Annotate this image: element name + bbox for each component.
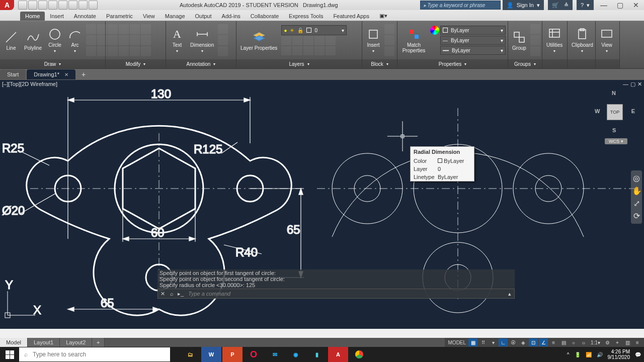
close-button[interactable]: ✕ bbox=[628, 0, 644, 10]
status-annoscale-icon[interactable]: ⍝ bbox=[579, 338, 588, 346]
layer-properties-button[interactable]: Layer Properties bbox=[238, 29, 279, 52]
vp-minimize-icon[interactable]: — bbox=[623, 81, 628, 87]
dimension-button[interactable]: Dimension▾ bbox=[188, 26, 216, 54]
point-icon[interactable] bbox=[86, 46, 96, 56]
group-select-icon[interactable] bbox=[530, 46, 540, 56]
ungroup-icon[interactable] bbox=[530, 24, 540, 34]
tab-express[interactable]: Express Tools bbox=[284, 12, 328, 21]
file-tab-drawing1[interactable]: Drawing1*✕ bbox=[27, 69, 75, 79]
status-grid-icon[interactable]: ▦ bbox=[468, 338, 477, 346]
app-logo[interactable]: A bbox=[0, 0, 14, 10]
offset-icon[interactable] bbox=[141, 46, 151, 56]
tab-annotate[interactable]: Annotate bbox=[69, 12, 101, 21]
command-input[interactable]: Type a command bbox=[185, 291, 505, 297]
status-otrack-icon[interactable]: ∠ bbox=[539, 338, 548, 346]
status-model[interactable]: MODEL bbox=[447, 338, 468, 346]
tray-clock[interactable]: 4:26 PM9/11/2020 bbox=[608, 349, 630, 360]
status-iso-icon[interactable]: ◈ bbox=[519, 338, 528, 346]
status-osnap-icon[interactable]: ⊡ bbox=[529, 338, 538, 346]
qat-undo-icon[interactable] bbox=[78, 1, 88, 10]
text-button[interactable]: AText▾ bbox=[168, 26, 186, 54]
cmd-expand-icon[interactable]: ▴ bbox=[505, 291, 514, 297]
block-edit-icon[interactable] bbox=[384, 24, 394, 34]
insert-button[interactable]: Insert▾ bbox=[364, 26, 382, 54]
tb-autocad-icon[interactable]: A bbox=[328, 347, 348, 362]
status-gear-icon[interactable]: ⚙ bbox=[603, 338, 612, 346]
tb-edge-icon[interactable]: ◉ bbox=[286, 347, 306, 362]
layer-tool-icon[interactable] bbox=[326, 36, 336, 45]
trim-icon[interactable] bbox=[130, 24, 140, 34]
status-lwt-icon[interactable]: ≡ bbox=[549, 338, 558, 346]
nav-wheel-icon[interactable]: ◎ bbox=[632, 173, 641, 183]
layout1[interactable]: Layout1 bbox=[28, 338, 60, 347]
status-polar-icon[interactable]: ⦿ bbox=[509, 338, 518, 346]
status-ortho-icon[interactable]: ∟ bbox=[499, 338, 508, 346]
status-plus-icon[interactable]: + bbox=[613, 338, 622, 346]
help-icon[interactable]: ? bbox=[581, 2, 584, 8]
layer-combo[interactable]: ●☀🔓0▾ bbox=[281, 25, 347, 35]
app-store-icon[interactable]: ≙ bbox=[564, 2, 569, 9]
erase-icon[interactable] bbox=[141, 24, 151, 34]
panel-layers-title[interactable]: Layers bbox=[236, 59, 362, 68]
mtext-icon[interactable] bbox=[218, 46, 228, 56]
start-button[interactable] bbox=[0, 347, 19, 362]
tray-volume-icon[interactable]: 🔊 bbox=[597, 352, 603, 357]
rotate-icon[interactable] bbox=[119, 24, 129, 34]
copy-icon[interactable] bbox=[108, 35, 118, 45]
rectangle-icon[interactable] bbox=[86, 24, 96, 34]
nav-pan-icon[interactable]: ✋ bbox=[632, 186, 641, 196]
tray-wifi-icon[interactable]: 📶 bbox=[586, 352, 592, 357]
wcs-badge[interactable]: WCS ▾ bbox=[605, 138, 627, 144]
arc-button[interactable]: Arc▾ bbox=[66, 26, 84, 54]
qat-new-icon[interactable] bbox=[18, 1, 27, 10]
stretch-icon[interactable] bbox=[108, 46, 118, 56]
layer-tool-icon[interactable] bbox=[314, 36, 325, 45]
panel-modify-title[interactable]: Modify bbox=[106, 59, 166, 68]
qat-saveas-icon[interactable] bbox=[48, 1, 57, 10]
panel-block-title[interactable]: Block bbox=[362, 59, 397, 68]
layer-tool-icon[interactable] bbox=[281, 46, 291, 55]
tb-chrome-icon[interactable] bbox=[349, 347, 369, 362]
color-wheel-icon[interactable] bbox=[430, 26, 439, 35]
command-line[interactable]: ✕ ⌕ ▸_ Type a command ▴ bbox=[157, 289, 515, 299]
viewcube[interactable]: N S W E TOP WCS ▾ bbox=[595, 90, 635, 135]
tab-home[interactable]: Home bbox=[20, 12, 45, 21]
layout-add[interactable]: + bbox=[92, 338, 105, 347]
layer-tool-icon[interactable] bbox=[303, 46, 313, 55]
circle-button[interactable]: Circle▾ bbox=[46, 26, 64, 54]
layer-tool-icon[interactable] bbox=[281, 36, 291, 45]
tray-notif-icon[interactable]: 💬 bbox=[635, 352, 641, 357]
layer-tool-icon[interactable] bbox=[292, 46, 302, 55]
explode-icon[interactable] bbox=[141, 35, 151, 45]
layer-tool-icon[interactable] bbox=[326, 46, 336, 55]
scale-icon[interactable] bbox=[119, 46, 129, 56]
status-menu-icon[interactable]: ≡ bbox=[633, 338, 642, 346]
table-icon[interactable] bbox=[218, 35, 228, 45]
mirror-icon[interactable] bbox=[119, 35, 129, 45]
leader-icon[interactable] bbox=[218, 24, 228, 34]
sign-in-button[interactable]: 👤 Sign In ▾ bbox=[503, 0, 544, 10]
nav-orbit-icon[interactable]: ⟳ bbox=[632, 211, 641, 221]
line-button[interactable]: Line bbox=[2, 29, 20, 52]
status-custom-icon[interactable]: ▥ bbox=[623, 338, 632, 346]
tb-opera-icon[interactable]: O bbox=[244, 347, 264, 362]
tb-store-icon[interactable]: ▮ bbox=[307, 347, 327, 362]
group-button[interactable]: Group bbox=[510, 29, 528, 52]
status-cycle-icon[interactable]: ⟐ bbox=[569, 338, 578, 346]
panel-draw-title[interactable]: Draw bbox=[0, 59, 105, 68]
match-properties-button[interactable]: Match Properties bbox=[399, 26, 428, 54]
panel-annotation-title[interactable]: Annotation bbox=[166, 59, 236, 68]
tab-output[interactable]: Output bbox=[190, 12, 217, 21]
tab-extra-icon[interactable]: ▣▾ bbox=[374, 11, 392, 21]
layout2[interactable]: Layout2 bbox=[60, 338, 92, 347]
status-scale[interactable]: 1:1 ▾ bbox=[589, 338, 602, 346]
status-more-icon[interactable]: ▾ bbox=[489, 338, 498, 346]
close-tab-icon[interactable]: ✕ bbox=[64, 72, 68, 77]
layer-tool-icon[interactable] bbox=[292, 36, 302, 45]
tab-insert[interactable]: Insert bbox=[45, 12, 69, 21]
qat-save-icon[interactable] bbox=[38, 1, 47, 10]
file-tab-start[interactable]: Start bbox=[0, 69, 26, 79]
exchange-icon[interactable]: 🛒 bbox=[552, 2, 559, 9]
block-attr-icon[interactable] bbox=[384, 35, 394, 45]
status-transp-icon[interactable]: ▤ bbox=[559, 338, 568, 346]
